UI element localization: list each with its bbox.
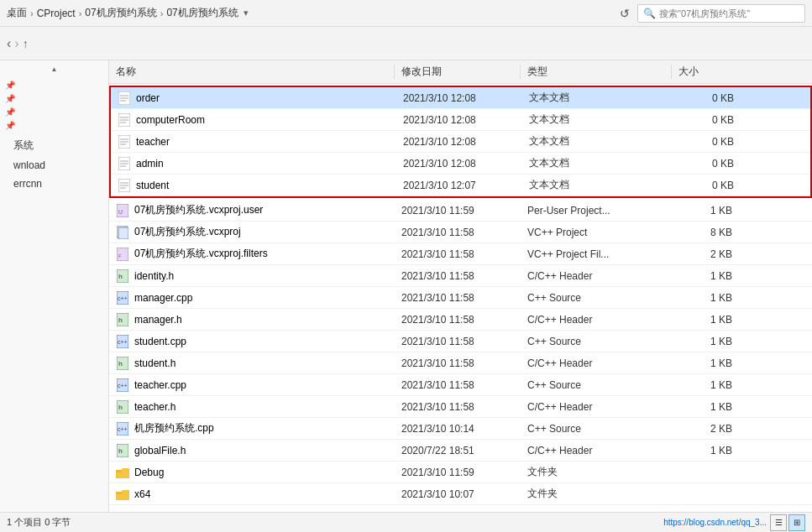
breadcrumb-desktop[interactable]: 桌面 (7, 6, 27, 20)
column-headers: 名称 修改日期 类型 大小 (109, 60, 812, 84)
sidebar-item-1[interactable]: wnload (0, 156, 108, 175)
file-row-identityh[interactable]: h identity.h 2021/3/10 11:58 C/C++ Heade… (109, 265, 812, 287)
toolbar-up-btn[interactable]: ↑ (23, 37, 29, 50)
file-size-globalfileh: 1 KB (672, 445, 739, 456)
file-name-teachercpp: c++ teacher.cpp (109, 378, 395, 392)
file-row-teacher[interactable]: teacher 2021/3/10 12:08 文本文档 0 KB (111, 131, 810, 153)
sidebar-arrow-pin4[interactable]: 📌 (0, 118, 15, 132)
col-header-size[interactable]: 大小 (672, 65, 739, 79)
file-size-student: 0 KB (673, 180, 741, 191)
file-date-studenth: 2021/3/10 11:58 (395, 357, 521, 369)
breadcrumb-folder2[interactable]: 07机房预约系统 (166, 6, 238, 20)
file-date-teachercpp: 2021/3/10 11:58 (395, 379, 521, 391)
file-type-computerroom: 文本文档 (522, 112, 673, 127)
file-type-debug: 文件夹 (521, 465, 672, 479)
file-icon-computerroom (118, 113, 131, 127)
file-row-maincpp[interactable]: c++ 机房预约系统.cpp 2021/3/10 10:14 C++ Sourc… (109, 418, 812, 440)
col-header-name[interactable]: 名称 (109, 65, 395, 79)
toolbar-forward-btn[interactable]: › (14, 36, 18, 51)
file-type-teacherh: C/C++ Header (521, 401, 672, 413)
search-input[interactable] (659, 8, 794, 18)
file-date-teacher: 2021/3/10 12:08 (396, 136, 522, 148)
file-type-identityh: C/C++ Header (521, 270, 672, 282)
svg-text:c++: c++ (118, 383, 128, 389)
file-type-x64: 文件夹 (521, 487, 672, 501)
view-icon-list[interactable]: ☰ (770, 514, 787, 531)
file-size-vcxprojfilters: 2 KB (672, 248, 739, 260)
sidebar-item-0[interactable]: 系统 (0, 135, 108, 156)
file-row-x64[interactable]: x64 2021/3/10 10:07 文件夹 (109, 483, 812, 505)
sidebar-arrow-pin2[interactable]: 📌 (0, 91, 15, 105)
breadcrumb-folder1[interactable]: 07机房预约系统 (85, 6, 156, 20)
sidebar-item-2[interactable]: errcnn (0, 175, 108, 193)
file-type-student: 文本文档 (522, 178, 673, 192)
breadcrumb-dropdown-icon[interactable]: ▾ (244, 8, 249, 18)
sidebar-arrow-pin3[interactable]: 📌 (0, 105, 15, 118)
file-row-teachercpp[interactable]: c++ teacher.cpp 2021/3/10 11:58 C++ Sour… (109, 374, 812, 396)
file-row-computerroom[interactable]: computerRoom 2021/3/10 12:08 文本文档 0 KB (111, 109, 810, 131)
file-type-globalfileh: C/C++ Header (521, 445, 672, 456)
breadcrumb-sep-2: › (79, 8, 82, 18)
file-row-globalfileh[interactable]: h globalFile.h 2020/7/22 18:51 C/C++ Hea… (109, 440, 812, 462)
title-bar-controls: ↺ (617, 6, 632, 21)
file-date-managercpp: 2021/3/10 11:58 (395, 292, 521, 304)
file-row-vcxprojfilters[interactable]: F 07机房预约系统.vcxproj.filters 2021/3/10 11:… (109, 243, 812, 265)
status-bar: 1 个项目 0 字节 https://blog.csdn.net/qq_3...… (0, 512, 812, 532)
file-row-order[interactable]: order 2021/3/10 12:08 文本文档 0 KB (111, 87, 810, 109)
status-text: 1 个项目 0 字节 (7, 516, 71, 529)
file-name-identityh: h identity.h (109, 269, 395, 283)
breadcrumb: 桌面 › CProject › 07机房预约系统 › 07机房预约系统 ▾ (7, 6, 605, 20)
sidebar-arrow-pin1[interactable]: 📌 (0, 78, 15, 91)
svg-text:U: U (118, 209, 123, 215)
file-row-vcxprojuser[interactable]: U 07机房预约系统.vcxproj.user 2021/3/10 11:59 … (109, 200, 812, 222)
file-size-managercpp: 1 KB (672, 292, 739, 304)
file-row-student[interactable]: student 2021/3/10 12:07 文本文档 0 KB (111, 175, 810, 196)
file-row-studentcpp[interactable]: c++ student.cpp 2021/3/10 11:58 C++ Sour… (109, 331, 812, 352)
breadcrumb-cproject[interactable]: CProject (37, 8, 76, 19)
file-icon-debug (116, 466, 129, 479)
file-row-managercpp[interactable]: c++ manager.cpp 2021/3/10 11:58 C++ Sour… (109, 287, 812, 309)
file-row-debug[interactable]: Debug 2021/3/10 11:59 文件夹 (109, 462, 812, 483)
file-type-teachercpp: C++ Source (521, 379, 672, 391)
file-size-studentcpp: 1 KB (672, 336, 739, 347)
file-name-studenth: h student.h (109, 357, 395, 370)
refresh-button[interactable]: ↺ (617, 6, 632, 21)
svg-text:F: F (118, 253, 122, 258)
file-type-studenth: C/C++ Header (521, 357, 672, 369)
svg-text:c++: c++ (118, 295, 128, 301)
view-icon-grid[interactable]: ⊞ (788, 514, 805, 531)
file-name-studentcpp: c++ student.cpp (109, 335, 395, 348)
file-row-studenth[interactable]: h student.h 2021/3/10 11:58 C/C++ Header… (109, 352, 812, 374)
file-icon-teacherh: h (116, 400, 129, 414)
breadcrumb-sep-1: › (30, 8, 34, 18)
file-date-vcxproj: 2021/3/10 11:58 (395, 227, 521, 238)
title-bar: 桌面 › CProject › 07机房预约系统 › 07机房预约系统 ▾ ↺ … (0, 0, 812, 27)
file-name-teacherh: h teacher.h (109, 400, 395, 414)
file-icon-studenth: h (116, 357, 129, 370)
file-type-vcxprojfilters: VC++ Project Fil... (521, 248, 672, 260)
file-type-vcxprojuser: Per-User Project... (521, 205, 672, 216)
file-row-vcxproj[interactable]: 07机房预约系统.vcxproj 2021/3/10 11:58 VC++ Pr… (109, 222, 812, 243)
file-row-managerh[interactable]: h manager.h 2021/3/10 11:58 C/C++ Header… (109, 309, 812, 331)
file-row-teacherh[interactable]: h teacher.h 2021/3/10 11:58 C/C++ Header… (109, 396, 812, 418)
file-name-teacher: teacher (111, 135, 396, 149)
file-name-vcxprojuser: U 07机房预约系统.vcxproj.user (109, 203, 395, 217)
toolbar-back-btn[interactable]: ‹ (7, 36, 11, 51)
file-size-order: 0 KB (673, 92, 741, 104)
file-date-identityh: 2021/3/10 11:58 (395, 270, 521, 282)
file-icon-identityh: h (116, 269, 129, 283)
sidebar-scroll-up[interactable] (0, 64, 108, 75)
file-date-order: 2021/3/10 12:08 (396, 92, 522, 104)
file-icon-vcxproj (116, 226, 129, 239)
main-layout: 📌 📌 📌 📌 系统 wnload errcnn 名称 修改日期 类型 大小 (0, 60, 812, 512)
file-name-order: order (111, 91, 396, 105)
file-name-managerh: h manager.h (109, 313, 395, 326)
file-size-vcxproj: 8 KB (672, 227, 739, 238)
search-box[interactable]: 🔍 (637, 4, 805, 23)
col-header-type[interactable]: 类型 (521, 65, 672, 79)
file-row-admin[interactable]: admin 2021/3/10 12:08 文本文档 0 KB (111, 153, 810, 175)
col-header-date[interactable]: 修改日期 (395, 65, 521, 79)
file-name-maincpp: c++ 机房预约系统.cpp (109, 421, 395, 436)
svg-text:h: h (118, 273, 123, 280)
file-name-vcxproj: 07机房预约系统.vcxproj (109, 225, 395, 239)
